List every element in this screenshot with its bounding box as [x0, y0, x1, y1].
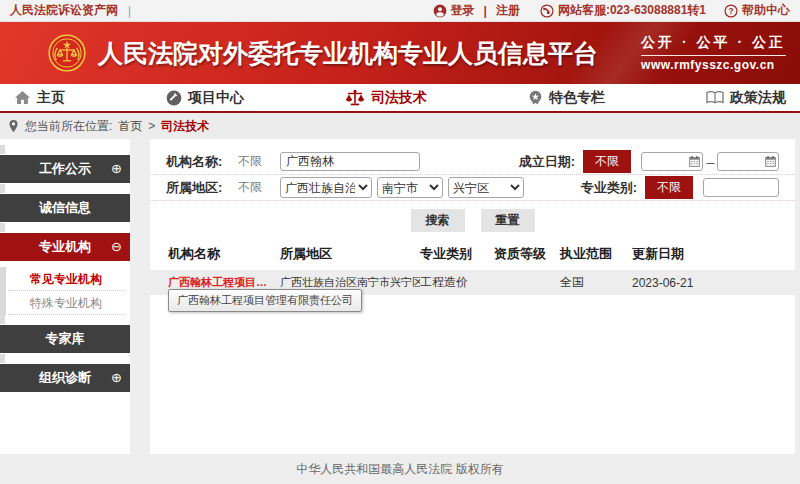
sidebar-subitem-common-org[interactable]: 常见专业机构	[8, 267, 124, 291]
expand-icon[interactable]: ⊕	[111, 364, 122, 392]
register-label: 注册	[496, 2, 520, 19]
slogan-box: 公开 · 公平 · 公正 www.rmfysszc.gov.cn	[641, 34, 786, 72]
city-select[interactable]: 南宁市	[377, 177, 443, 198]
user-icon	[433, 4, 447, 18]
topbar-divider: |	[128, 4, 131, 18]
page: 人民法院诉讼资产网 | 登录 | 注册 网站客服:023-63088881转1 …	[0, 0, 800, 484]
book-icon	[706, 90, 724, 105]
collapse-icon[interactable]: ⊖	[111, 233, 122, 261]
phone-icon	[540, 4, 554, 18]
svg-text:?: ?	[728, 5, 733, 15]
col-header-level: 资质等级	[494, 245, 560, 263]
nav-item-project-center[interactable]: 项目中心	[166, 89, 244, 107]
district-select[interactable]: 兴宁区	[448, 177, 524, 198]
breadcrumb-current[interactable]: 司法技术	[161, 118, 209, 135]
sidebar-item-label: 组织诊断	[39, 370, 91, 385]
court-emblem-icon	[48, 34, 86, 72]
date-unlimited-button[interactable]: 不限	[583, 150, 631, 173]
form-row-name-date: 机构名称: 不限 成立日期: 不限 ---	[150, 149, 795, 175]
sidebar-item-professional-org[interactable]: 专业机构 ⊖	[0, 233, 130, 261]
service-hotline: 网站客服:023-63088881转1	[540, 2, 706, 19]
region-unlimited-option[interactable]: 不限	[238, 179, 280, 196]
nav-label: 司法技术	[371, 89, 427, 107]
sidebar-item-integrity-info[interactable]: 诚信信息	[0, 194, 130, 222]
nav-item-home[interactable]: 主页	[14, 89, 65, 107]
breadcrumb: 您当前所在位置: 首页 > 司法技术	[0, 113, 800, 139]
category-input[interactable]	[703, 178, 779, 197]
button-row: 搜索 重置	[150, 201, 795, 237]
table-header: 机构名称 所属地区 专业类别 资质等级 执业范围 更新日期	[150, 237, 795, 270]
cell-category: 工程造价	[420, 274, 494, 291]
col-header-scope: 执业范围	[560, 245, 632, 263]
register-link[interactable]: 注册	[496, 2, 520, 19]
province-select[interactable]: 广西壮族自治区	[280, 177, 372, 198]
sidebar-submenu: 常见专业机构 特殊专业机构	[0, 267, 130, 315]
footer: 中华人民共和国最高人民法院 版权所有	[0, 454, 800, 484]
sidebar-item-label: 专业机构	[39, 239, 91, 254]
main-panel: 机构名称: 不限 成立日期: 不限 --- 所属地区: 不限	[150, 139, 795, 454]
asset-site-link[interactable]: 人民法院诉讼资产网	[10, 2, 118, 19]
sidebar-item-expert-library[interactable]: 专家库	[0, 325, 130, 353]
banner: 人民法院对外委托专业机构专业人员信息平台 公开 · 公平 · 公正 www.rm…	[0, 22, 800, 84]
org-name-tooltip: 广西翰林工程项目管理有限责任公司	[168, 289, 362, 312]
copyright-text: 中华人民共和国最高人民法院 版权所有	[296, 461, 503, 478]
home-icon	[14, 90, 31, 105]
sidebar: 工作公示 ⊕ 诚信信息 专业机构 ⊖ 常见专业机构 特殊专业机构 专家库 组织诊…	[0, 139, 130, 454]
nav-label: 项目中心	[188, 89, 244, 107]
sidebar-item-label: 专家库	[46, 331, 85, 346]
breadcrumb-home-link[interactable]: 首页	[118, 118, 142, 135]
breadcrumb-prefix: 您当前所在位置:	[25, 118, 112, 135]
category-unlimited-button[interactable]: 不限	[645, 176, 693, 199]
nav-label: 特色专栏	[549, 89, 605, 107]
org-name-label: 机构名称:	[166, 153, 238, 171]
scales-icon	[345, 89, 365, 107]
topbar-right: 登录 | 注册 网站客服:023-63088881转1 ? 帮助中心	[433, 2, 790, 19]
calendar-icon[interactable]	[689, 156, 700, 167]
project-center-icon	[166, 90, 182, 106]
col-header-updated: 更新日期	[632, 245, 727, 263]
cell-scope: 全国	[560, 274, 632, 291]
nav-item-policy[interactable]: 政策法规	[706, 89, 786, 107]
col-header-region: 所属地区	[280, 245, 420, 263]
org-name-input[interactable]	[280, 152, 420, 171]
reset-button[interactable]: 重置	[481, 209, 535, 232]
org-name-link[interactable]: 广西翰林工程项目管理有限责任...	[168, 275, 280, 290]
founding-date-label: 成立日期:	[519, 153, 575, 171]
topbar: 人民法院诉讼资产网 | 登录 | 注册 网站客服:023-63088881转1 …	[0, 0, 800, 22]
content: 工作公示 ⊕ 诚信信息 专业机构 ⊖ 常见专业机构 特殊专业机构 专家库 组织诊…	[0, 139, 800, 454]
date-to-wrap	[717, 152, 779, 171]
search-button[interactable]: 搜索	[411, 209, 465, 232]
org-name-unlimited-option[interactable]: 不限	[238, 153, 280, 170]
sidebar-subitem-special-org[interactable]: 特殊专业机构	[8, 291, 124, 315]
nav-item-special-column[interactable]: 特色专栏	[528, 89, 605, 107]
date-range-separator: ---	[706, 156, 714, 168]
main-nav: 主页 项目中心 司法技术 特色专栏	[0, 84, 800, 113]
sidebar-item-label: 诚信信息	[39, 200, 91, 215]
sidebar-item-label: 工作公示	[39, 161, 91, 176]
login-link[interactable]: 登录	[433, 2, 475, 19]
form-row-region-category: 所属地区: 不限 广西壮族自治区 南宁市 兴宁区 专业类别: 不限	[150, 175, 795, 201]
calendar-icon[interactable]	[765, 156, 776, 167]
cell-updated: 2023-06-21	[632, 276, 727, 290]
expand-icon[interactable]: ⊕	[111, 155, 122, 183]
sidebar-item-org-diagnosis[interactable]: 组织诊断 ⊕	[0, 364, 130, 392]
login-label: 登录	[451, 2, 475, 19]
breadcrumb-separator: >	[148, 119, 155, 133]
help-label: 帮助中心	[742, 2, 790, 19]
location-pin-icon	[8, 119, 19, 133]
platform-title: 人民法院对外委托专业机构专业人员信息平台	[98, 37, 598, 70]
topbar-left: 人民法院诉讼资产网 |	[10, 2, 131, 19]
slogan: 公开 · 公平 · 公正	[641, 34, 786, 56]
sidebar-item-work-publicity[interactable]: 工作公示 ⊕	[0, 155, 130, 183]
site-url: www.rmfysszc.gov.cn	[641, 58, 786, 72]
badge-icon	[528, 90, 543, 106]
help-center-link[interactable]: ? 帮助中心	[724, 2, 790, 19]
col-header-category: 专业类别	[420, 245, 494, 263]
service-label: 网站客服:023-63088881转1	[558, 2, 706, 19]
category-label: 专业类别:	[581, 179, 637, 197]
nav-item-judicial-tech[interactable]: 司法技术	[345, 89, 427, 107]
login-register-separator: |	[484, 4, 487, 18]
col-header-org-name: 机构名称	[168, 245, 280, 263]
cell-region: 广西壮族自治区南宁市兴宁区	[280, 275, 420, 290]
nav-label: 主页	[37, 89, 65, 107]
